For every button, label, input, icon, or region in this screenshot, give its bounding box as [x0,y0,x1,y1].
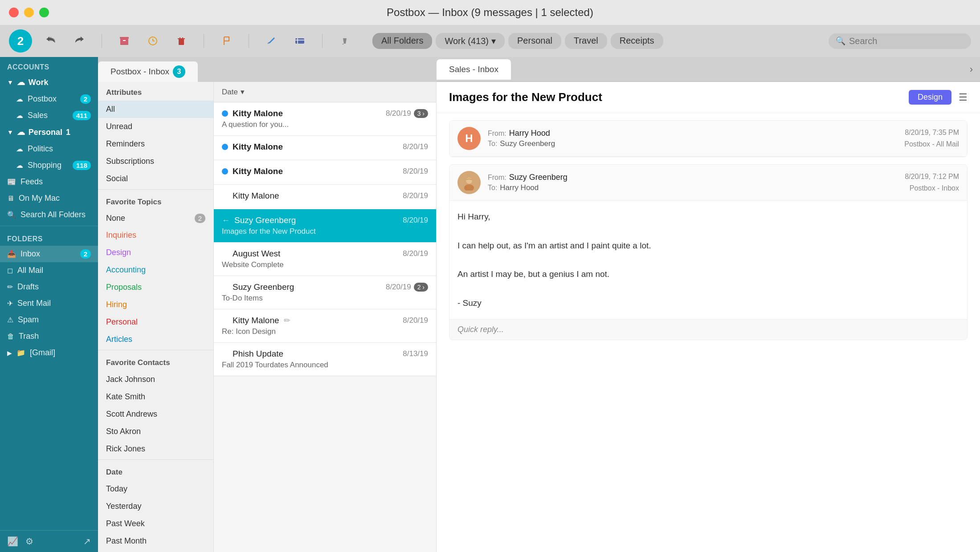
gmail-label: [Gmail] [30,348,55,357]
search-bar: 🔍 [829,33,971,49]
separator-4 [322,34,323,48]
reply-all-button[interactable] [41,31,61,51]
filter-today[interactable]: Today [98,480,213,498]
message-item[interactable]: Kitty Malone ✏ 8/20/19 Re: Icon Design [214,309,436,343]
filter-yesterday[interactable]: Yesterday [98,498,213,515]
filter-divider-1 [98,189,213,190]
tag-work[interactable]: Work (413) ▾ [436,33,505,49]
message-item[interactable]: August West 8/20/19 Website Complete [214,243,436,276]
message-item[interactable]: Suzy Greenberg 8/20/19 2 › To-Do Items [214,276,436,309]
filter-accounting[interactable]: Accounting [98,261,213,279]
filter-unread[interactable]: Unread [98,118,213,135]
message-item[interactable]: Phish Update 8/13/19 Fall 2019 Tourdates… [214,343,436,376]
sidebar-item-on-my-mac[interactable]: 🖥 On My Mac [0,190,98,207]
personal-account[interactable]: ▼ ☁ Personal 1 [0,124,98,141]
filter-past-week[interactable]: Past Week [98,515,213,532]
sort-button[interactable]: Date ▾ [222,87,245,97]
filter-past-month[interactable]: Past Month [98,532,213,550]
work-account[interactable]: ▼ ☁ Work [0,74,98,91]
filter-subscriptions[interactable]: Subscriptions [98,153,213,170]
sidebar-item-shopping[interactable]: ☁ Shopping 118 [0,157,98,174]
minimize-button[interactable] [24,8,34,17]
sidebar-item-sales[interactable]: ☁ Sales 411 [0,107,98,124]
sidebar-item-trash[interactable]: 🗑 Trash [0,328,98,345]
date-time: 8/20/19, 7:35 PM [904,127,959,138]
quick-reply[interactable]: Quick reply... [449,319,967,340]
to-name: Harry Hood [500,183,539,192]
filter-contact-jack[interactable]: Jack Johnson [98,371,213,388]
filter-social[interactable]: Social [98,170,213,187]
filter-none[interactable]: None [106,214,125,223]
filter-reminders[interactable]: Reminders [98,135,213,153]
cloud-icon: ☁ [17,127,25,137]
email-message-block: From: Suzy Greenberg To: Harry Hood 8/20… [449,164,968,340]
message-item[interactable]: Kitty Malone 8/20/19 [214,136,436,160]
tab-sales-inbox[interactable]: Sales - Inbox [437,59,511,80]
sidebar-item-postbox[interactable]: ☁ Postbox 2 [0,91,98,107]
tags-button[interactable] [290,31,310,51]
sidebar-item-feeds[interactable]: 📰 Feeds [0,174,98,190]
filter-personal[interactable]: Personal [98,313,213,331]
msg-sender: Suzy Greenberg [233,282,294,292]
message-item[interactable]: Kitty Malone 8/20/19 [214,185,436,209]
sidebar-item-gmail[interactable]: ▶ 📁 [Gmail] [0,345,98,361]
message-list-wrapper: Date ▾ Kitty Malone 8/20/19 [214,82,437,552]
remind-button[interactable] [143,31,163,51]
msg-date: 8/20/19 [403,249,428,258]
design-tag-button[interactable]: Design [909,90,951,105]
flag-button[interactable] [216,31,236,51]
sidebar-item-all-mail[interactable]: ◻ All Mail [0,262,98,279]
edit-button[interactable] [261,31,281,51]
message-item-selected[interactable]: ← Suzy Greenberg 8/20/19 Images for the … [214,209,436,243]
tag-bar: All Folders Work (413) ▾ Personal Travel… [372,33,663,49]
archive-button[interactable] [114,31,134,51]
tab-postbox-inbox[interactable]: Postbox - Inbox 3 [98,61,198,82]
msg-sender: Suzy Greenberg [234,215,296,225]
delete-button[interactable] [172,31,191,51]
search-input[interactable] [849,36,964,46]
svg-line-10 [268,42,269,44]
forward-button[interactable] [69,31,89,51]
tag-receipts[interactable]: Receipts [611,33,663,49]
tag-travel[interactable]: Travel [565,33,607,49]
sidebar-item-spam[interactable]: ⚠ Spam [0,312,98,328]
cloud-icon: ☁ [17,77,25,87]
filter-contact-sto[interactable]: Sto Akron [98,423,213,440]
sidebar-item-drafts[interactable]: ✏ Drafts [0,279,98,295]
maximize-button[interactable] [39,8,49,17]
filter-all[interactable]: All [98,101,213,118]
message-item[interactable]: Kitty Malone 8/20/19 [214,160,436,185]
tag-personal[interactable]: Personal [508,33,561,49]
activity-icon[interactable]: 📈 [7,536,18,547]
date-title: Date [98,462,213,480]
tag-all-folders[interactable]: All Folders [372,33,432,49]
filter-contact-kate[interactable]: Kate Smith [98,388,213,406]
filter-design[interactable]: Design [98,244,213,261]
sidebar-item-search-all[interactable]: 🔍 Search All Folders [0,207,98,223]
highlight-button[interactable] [335,31,355,51]
export-icon[interactable]: ↗ [83,536,91,547]
sidebar-item-inbox[interactable]: 📥 Inbox 2 [0,246,98,262]
message-item[interactable]: Kitty Malone 8/20/19 3 › A question for … [214,102,436,136]
sales-label: Sales [28,111,48,120]
filter-proposals[interactable]: Proposals [98,279,213,296]
from-name: Harry Hood [509,129,550,138]
msg-date: 8/13/19 [403,349,428,358]
msg-date: 8/20/19 [403,167,428,176]
settings-icon[interactable]: ⚙ [25,536,33,547]
filter-inquiries[interactable]: Inquiries [98,227,213,244]
from-label: From: [488,174,506,182]
filter-contact-scott[interactable]: Scott Andrews [98,406,213,423]
more-options-icon[interactable]: ☰ [959,92,968,103]
filter-contact-rick[interactable]: Rick Jones [98,440,213,458]
tab-scroll-right-icon[interactable]: › [970,64,980,75]
personal-label: Personal [29,128,62,137]
trash-label: Trash [19,332,39,341]
computer-icon: 🖥 [7,195,14,203]
close-button[interactable] [9,8,19,17]
account-badge[interactable]: 2 [9,29,32,53]
sidebar-item-sent-mail[interactable]: ✈ Sent Mail [0,295,98,312]
filter-hiring[interactable]: Hiring [98,296,213,313]
filter-articles[interactable]: Articles [98,331,213,348]
sidebar-item-politics[interactable]: ☁ Politics [0,141,98,157]
